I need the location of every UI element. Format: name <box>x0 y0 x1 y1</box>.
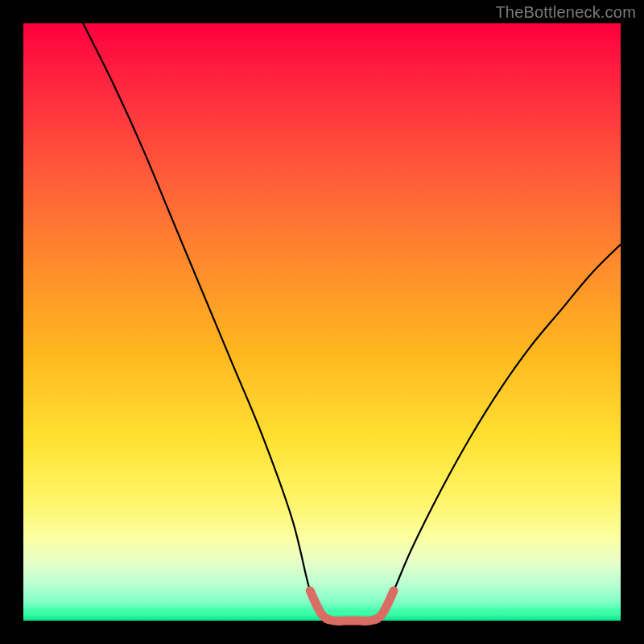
curve-layer <box>23 23 621 621</box>
plot-area <box>23 23 621 621</box>
watermark-text: TheBottleneck.com <box>495 3 636 22</box>
bottleneck-curve <box>83 23 621 621</box>
chart-frame: TheBottleneck.com <box>0 0 644 644</box>
highlight-minimum <box>310 591 394 621</box>
